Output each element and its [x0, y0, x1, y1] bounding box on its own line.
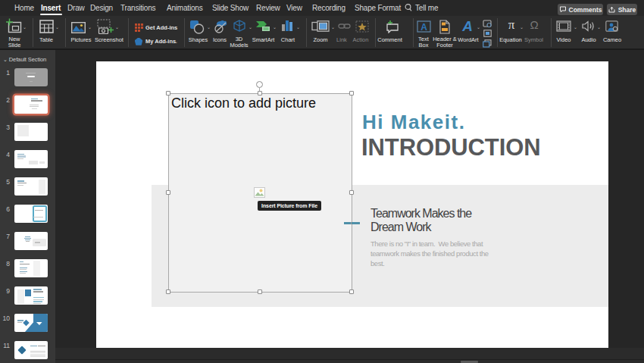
svg-text:A: A [461, 19, 473, 33]
svg-text:A: A [420, 22, 427, 33]
